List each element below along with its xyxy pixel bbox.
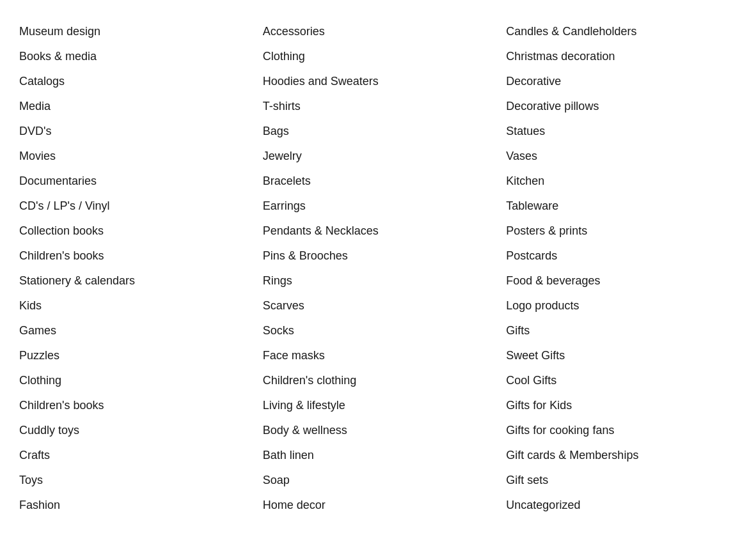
list-item[interactable]: Hoodies and Sweaters [263,69,494,94]
list-item[interactable]: Kitchen [506,169,737,194]
category-columns: Museum designBooks & mediaCatalogsMediaD… [13,19,743,518]
list-item[interactable]: Uncategorized [506,493,737,518]
list-item[interactable]: Gifts for cooking fans [506,418,737,443]
list-item[interactable]: DVD's [19,119,250,144]
list-item[interactable]: Crafts [19,443,250,468]
list-item[interactable]: Earrings [263,194,494,219]
column-1: Museum designBooks & mediaCatalogsMediaD… [13,19,256,518]
list-item[interactable]: CD's / LP's / Vinyl [19,194,250,219]
list-item[interactable]: Collection books [19,219,250,244]
list-item[interactable]: Bags [263,119,494,144]
list-item[interactable]: Vases [506,144,737,169]
list-item[interactable]: Media [19,94,250,119]
list-item[interactable]: Decorative pillows [506,94,737,119]
list-item[interactable]: Decorative [506,69,737,94]
list-item[interactable]: Postcards [506,244,737,268]
list-item[interactable]: Games [19,318,250,343]
list-item[interactable]: Living & lifestyle [263,393,494,418]
list-item[interactable]: Rings [263,268,494,293]
list-item[interactable]: Gift sets [506,468,737,493]
list-item[interactable]: Food & beverages [506,268,737,293]
list-item[interactable]: Catalogs [19,69,250,94]
list-item[interactable]: Jewelry [263,144,494,169]
list-item[interactable]: Body & wellness [263,418,494,443]
list-item[interactable]: Clothing [263,44,494,69]
list-item[interactable]: Pendants & Necklaces [263,219,494,244]
list-item[interactable]: T-shirts [263,94,494,119]
list-item[interactable]: Stationery & calendars [19,268,250,293]
list-item[interactable]: Face masks [263,343,494,368]
list-item[interactable]: Pins & Brooches [263,244,494,268]
list-item[interactable]: Accessories [263,19,494,44]
list-item[interactable]: Tableware [506,194,737,219]
list-item[interactable]: Puzzles [19,343,250,368]
list-item[interactable]: Toys [19,468,250,493]
list-item[interactable]: Children's books [19,244,250,268]
list-item[interactable]: Gift cards & Memberships [506,443,737,468]
list-item[interactable]: Statues [506,119,737,144]
list-item[interactable]: Posters & prints [506,219,737,244]
list-item[interactable]: Soap [263,468,494,493]
list-item[interactable]: Movies [19,144,250,169]
column-2: AccessoriesClothingHoodies and SweatersT… [256,19,500,518]
list-item[interactable]: Children's clothing [263,368,494,393]
list-item[interactable]: Fashion [19,493,250,518]
list-item[interactable]: Clothing [19,368,250,393]
list-item[interactable]: Socks [263,318,494,343]
list-item[interactable]: Bracelets [263,169,494,194]
list-item[interactable]: Sweet Gifts [506,343,737,368]
list-item[interactable]: Gifts [506,318,737,343]
list-item[interactable]: Bath linen [263,443,494,468]
list-item[interactable]: Children's books [19,393,250,418]
list-item[interactable]: Kids [19,293,250,318]
list-item[interactable]: Museum design [19,19,250,44]
list-item[interactable]: Candles & Candleholders [506,19,737,44]
list-item[interactable]: Scarves [263,293,494,318]
list-item[interactable]: Cuddly toys [19,418,250,443]
column-3: Candles & CandleholdersChristmas decorat… [500,19,743,518]
list-item[interactable]: Christmas decoration [506,44,737,69]
list-item[interactable]: Gifts for Kids [506,393,737,418]
list-item[interactable]: Home decor [263,493,494,518]
list-item[interactable]: Documentaries [19,169,250,194]
list-item[interactable]: Books & media [19,44,250,69]
list-item[interactable]: Logo products [506,293,737,318]
list-item[interactable]: Cool Gifts [506,368,737,393]
